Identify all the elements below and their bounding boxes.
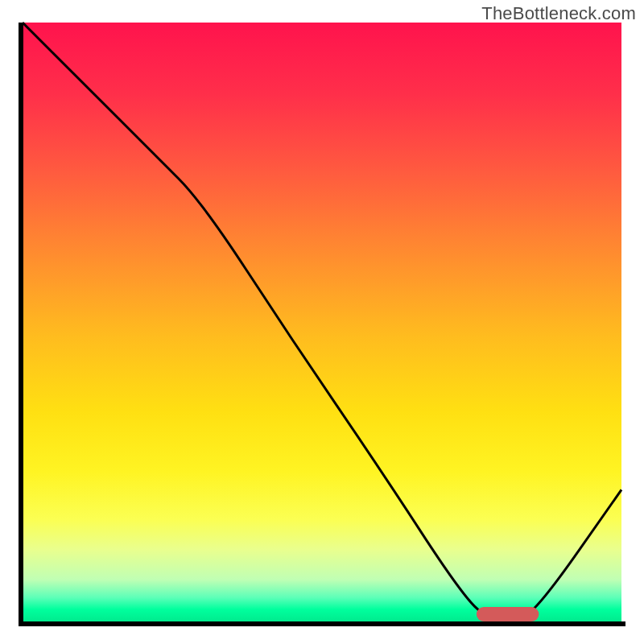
chart-curve-layer xyxy=(23,23,621,621)
x-axis-line xyxy=(19,621,625,626)
chart-container: TheBottleneck.com xyxy=(0,0,644,644)
watermark-text: TheBottleneck.com xyxy=(481,3,636,24)
data-curve xyxy=(23,23,621,621)
